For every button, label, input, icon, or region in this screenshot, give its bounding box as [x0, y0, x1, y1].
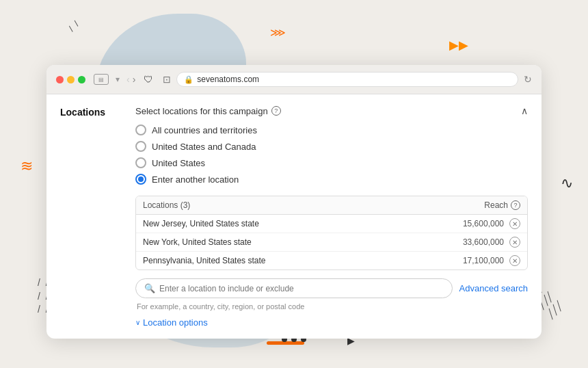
- radio-label-enter: Enter another location: [152, 174, 239, 185]
- table-header-count: Locations (3): [143, 200, 190, 210]
- deco-zigzag-top: ⋙: [270, 26, 286, 39]
- help-icon[interactable]: ?: [271, 106, 281, 116]
- browser-window: ▤ ▾ ‹ › 🛡 ⊡ 🔒 sevenatoms.com ↻ Locations…: [46, 65, 542, 339]
- chevron-down-icon: ▾: [116, 75, 120, 84]
- search-icon: 🔍: [144, 283, 155, 293]
- lock-icon: 🔒: [184, 75, 193, 84]
- radio-label-all: All countries and territories: [152, 125, 257, 135]
- nav-arrows: ‹ ›: [126, 74, 135, 85]
- table-row: New York, United States state 33,600,000…: [136, 233, 527, 252]
- radio-us[interactable]: United States: [135, 157, 528, 168]
- row-reach-3: 17,100,000: [463, 256, 504, 265]
- locations-table: Locations (3) Reach ? New Jersey, United…: [135, 196, 528, 270]
- table-row: New Jersey, United States state 15,600,0…: [136, 215, 527, 233]
- advanced-search-link[interactable]: Advanced search: [459, 283, 528, 293]
- section-title: Select locations for this campaign ?: [135, 106, 281, 116]
- row-reach-2: 33,600,000: [463, 237, 504, 247]
- radio-label-us: United States: [152, 158, 205, 168]
- shield-icon: 🛡: [144, 74, 153, 85]
- browser-chrome: ▤ ▾ ‹ › 🛡 ⊡ 🔒 sevenatoms.com ↻: [46, 65, 542, 94]
- row-location-1: New Jersey, United States state: [143, 219, 463, 228]
- remove-row-2-icon[interactable]: ✕: [509, 237, 520, 248]
- radio-circle-enter: [135, 174, 146, 185]
- close-button[interactable]: [56, 76, 64, 83]
- radio-circle-us-canada: [135, 141, 146, 152]
- radio-all-countries[interactable]: All countries and territories: [135, 124, 528, 135]
- radio-label-us-canada: United States and Canada: [152, 142, 256, 152]
- radio-us-canada[interactable]: United States and Canada: [135, 141, 528, 152]
- url-text: sevenatoms.com: [197, 75, 259, 84]
- address-bar[interactable]: 🔒 sevenatoms.com: [176, 72, 518, 87]
- search-input[interactable]: [159, 284, 444, 293]
- deco-arrows-right: ▶▶: [449, 38, 468, 53]
- forward-arrow-icon[interactable]: ›: [133, 74, 136, 85]
- row-location-3: Pennsylvania, United States state: [143, 256, 463, 265]
- radio-circle-us: [135, 157, 146, 168]
- chevron-down-icon: ∨: [135, 319, 140, 326]
- back-arrow-icon[interactable]: ‹: [126, 74, 130, 85]
- remove-row-1-icon[interactable]: ✕: [509, 218, 520, 229]
- collapse-icon[interactable]: ∧: [521, 105, 528, 116]
- radio-group: All countries and territories United Sta…: [135, 124, 528, 185]
- deco-zigzag-left: ≋: [21, 157, 33, 175]
- location-options-label: Location options: [143, 317, 208, 328]
- row-location-2: New York, United States state: [143, 237, 463, 247]
- sidebar-label: Locations: [60, 105, 135, 328]
- maximize-button[interactable]: [78, 76, 85, 83]
- section-title-text: Select locations for this campaign: [135, 106, 268, 116]
- deco-slash-topleft: / /: [66, 18, 82, 34]
- sidebar-toggle-icon[interactable]: ▤: [94, 74, 109, 85]
- search-input-wrap[interactable]: 🔍: [135, 278, 453, 298]
- copy-icon: ⊡: [163, 74, 171, 85]
- deco-wave-right: ∿: [561, 174, 573, 192]
- radio-enter-location[interactable]: Enter another location: [135, 174, 528, 185]
- row-reach-1: 15,600,000: [463, 219, 504, 228]
- traffic-lights: [56, 76, 85, 83]
- remove-row-3-icon[interactable]: ✕: [509, 255, 520, 266]
- reach-help-icon[interactable]: ?: [511, 200, 520, 210]
- table-row: Pennsylvania, United States state 17,100…: [136, 252, 527, 270]
- main-content: Select locations for this campaign ? ∧ A…: [135, 105, 528, 328]
- radio-circle-all: [135, 124, 146, 135]
- reach-label: Reach: [484, 200, 508, 210]
- search-area: 🔍 Advanced search: [135, 278, 528, 298]
- table-header: Locations (3) Reach ?: [136, 196, 527, 215]
- table-header-reach: Reach ?: [484, 200, 520, 210]
- page-content: Locations Select locations for this camp…: [46, 94, 542, 339]
- minimize-button[interactable]: [67, 76, 75, 83]
- refresh-icon[interactable]: ↻: [524, 74, 532, 85]
- location-options-toggle[interactable]: ∨ Location options: [135, 317, 528, 328]
- search-hint: For example, a country, city, region, or…: [137, 302, 528, 311]
